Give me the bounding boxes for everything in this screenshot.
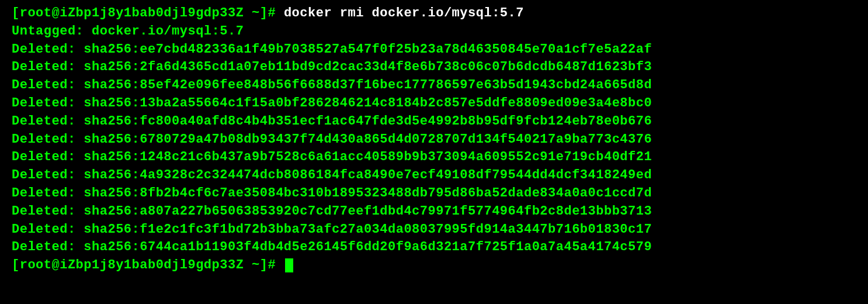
output-deleted-line: Deleted: sha256:8fb2b4cf6c7ae35084bc310b… bbox=[12, 185, 856, 203]
cursor-block bbox=[285, 258, 293, 272]
terminal-command-line-1: [root@iZbp1j8y1bab0djl9gdp33Z ~]# docker… bbox=[12, 5, 856, 23]
output-deleted-line: Deleted: sha256:6744ca1b11903f4db4d5e261… bbox=[12, 239, 856, 257]
output-untagged: Untagged: docker.io/mysql:5.7 bbox=[12, 23, 856, 41]
output-deleted-line: Deleted: sha256:13ba2a55664c1f15a0bf2862… bbox=[12, 95, 856, 113]
output-deleted-line: Deleted: sha256:a807a227b65063853920c7cd… bbox=[12, 203, 856, 221]
output-deleted-line: Deleted: sha256:fc800a40afd8c4b4b351ecf1… bbox=[12, 113, 856, 131]
shell-prompt-2: [root@iZbp1j8y1bab0djl9gdp33Z ~]# bbox=[12, 258, 284, 272]
output-deleted-line: Deleted: sha256:4a9328c2c324474dcb808618… bbox=[12, 167, 856, 185]
output-deleted-line: Deleted: sha256:2fa6d4365cd1a07eb11bd9cd… bbox=[12, 58, 856, 77]
output-deleted-line: Deleted: sha256:1248c21c6b437a9b7528c6a6… bbox=[12, 148, 856, 167]
output-deleted-line: Deleted: sha256:f1e2c1fc3f1bd72b3bba73af… bbox=[12, 221, 856, 239]
terminal-command-line-2[interactable]: [root@iZbp1j8y1bab0djl9gdp33Z ~]# bbox=[12, 257, 856, 275]
deleted-lines-container: Deleted: sha256:ee7cbd482336a1f49b703852… bbox=[12, 41, 856, 257]
output-deleted-line: Deleted: sha256:ee7cbd482336a1f49b703852… bbox=[12, 41, 856, 59]
command-text: docker rmi docker.io/mysql:5.7 bbox=[284, 6, 524, 20]
shell-prompt-1: [root@iZbp1j8y1bab0djl9gdp33Z ~]# bbox=[12, 6, 284, 20]
output-deleted-line: Deleted: sha256:6780729a47b08db93437f74d… bbox=[12, 131, 856, 149]
output-deleted-line: Deleted: sha256:85ef42e096fee848b56f6688… bbox=[12, 77, 856, 95]
